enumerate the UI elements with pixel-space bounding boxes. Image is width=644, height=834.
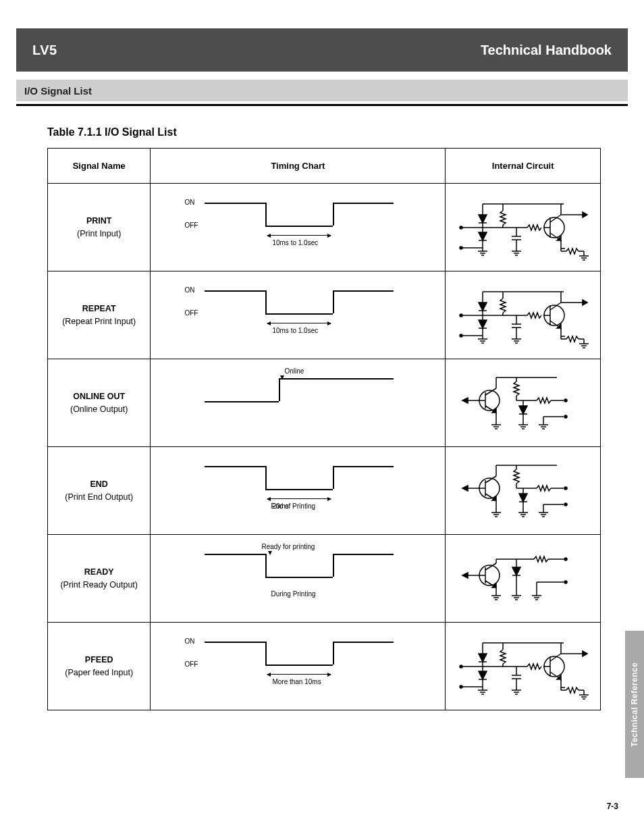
action-top-label: Ready for printing xyxy=(261,543,315,550)
svg-marker-6 xyxy=(479,215,487,223)
signal-name-cell: PRINT(Print Input) xyxy=(48,184,151,271)
svg-point-53 xyxy=(460,334,462,337)
circuit-diagram xyxy=(456,457,591,525)
signal-name: READY xyxy=(53,566,144,579)
svg-marker-235 xyxy=(583,651,587,656)
circuit-diagram xyxy=(456,548,591,609)
timing-cell: 10ms to 1.0secONOFF xyxy=(151,271,446,359)
level-off-label: OFF xyxy=(184,309,198,317)
signal-desc: (Print Input) xyxy=(53,228,144,240)
level-on-label: ON xyxy=(184,199,194,206)
svg-point-2 xyxy=(460,246,462,249)
svg-marker-119 xyxy=(519,406,527,414)
table-row: PRINT(Print Input)10ms to 1.0secONOFF xyxy=(48,184,601,271)
circuit-cell xyxy=(446,447,601,535)
col-circuit: Internal Circuit xyxy=(446,149,601,184)
section-title: I/O Signal List xyxy=(24,85,92,97)
signal-name: REPEAT xyxy=(53,303,144,315)
svg-marker-105 xyxy=(462,398,468,403)
svg-point-0 xyxy=(460,226,462,229)
signal-name-cell: REPEAT(Repeat Print Input) xyxy=(48,271,151,359)
signal-desc: (Repeat Print Input) xyxy=(53,315,144,328)
table-row: READY(Print Ready Output)Ready for print… xyxy=(48,535,601,623)
table-title: Table 7.1.1 I/O Signal List xyxy=(47,126,644,138)
timing-cell: Online xyxy=(151,359,446,447)
svg-point-199 xyxy=(460,685,462,688)
svg-marker-38 xyxy=(583,212,587,217)
page-edition: Technical Handbook xyxy=(481,43,612,58)
circuit-cell xyxy=(446,359,601,447)
circuit-cell xyxy=(446,623,601,710)
svg-point-51 xyxy=(460,314,462,317)
level-on-label: ON xyxy=(184,637,194,645)
circuit-cell xyxy=(446,184,601,271)
timing-cell: 20msEnd of Printing xyxy=(151,447,446,535)
svg-marker-203 xyxy=(479,654,487,662)
signal-name: END xyxy=(53,478,144,491)
signal-name-cell: PFEED(Paper feed Input) xyxy=(48,623,151,710)
table-header-row: Signal Name Timing Chart Internal Circui… xyxy=(48,149,601,184)
level-off-label: OFF xyxy=(184,221,198,229)
action-below-label: End of Printing xyxy=(271,502,315,510)
action-top-label: Online xyxy=(284,367,304,375)
svg-marker-89 xyxy=(583,300,587,305)
circuit-diagram xyxy=(456,369,591,437)
svg-marker-57 xyxy=(479,303,487,311)
table-row: ONLINE OUT(Online Output)Online xyxy=(48,359,601,447)
svg-point-192 xyxy=(564,581,567,583)
svg-marker-168 xyxy=(462,573,468,578)
level-off-label: OFF xyxy=(184,660,198,668)
svg-point-197 xyxy=(460,665,462,668)
signal-name: PFEED xyxy=(53,654,144,667)
svg-point-130 xyxy=(564,415,567,418)
svg-marker-138 xyxy=(462,486,468,491)
signal-desc: (Print End Output) xyxy=(53,491,144,504)
svg-point-117 xyxy=(564,399,567,402)
table-row: END(Print End Output)20msEnd of Printing xyxy=(48,447,601,535)
signal-name-cell: READY(Print Ready Output) xyxy=(48,535,151,623)
svg-marker-62 xyxy=(479,320,487,328)
signal-desc: (Online Output) xyxy=(53,403,144,416)
level-on-label: ON xyxy=(184,286,194,294)
signal-name: PRINT xyxy=(53,215,144,228)
svg-marker-181 xyxy=(512,567,520,575)
side-tab: Technical Reference xyxy=(625,631,644,778)
signal-desc: (Print Ready Output) xyxy=(53,579,144,592)
timing-duration-label: 10ms to 1.0sec xyxy=(272,239,318,246)
circuit-diagram xyxy=(456,190,591,265)
timing-cell: 10ms to 1.0secONOFF xyxy=(151,184,446,271)
page-title: LV5 xyxy=(32,43,57,58)
svg-marker-11 xyxy=(479,232,487,240)
circuit-cell xyxy=(446,535,601,623)
col-timing: Timing Chart xyxy=(151,149,446,184)
svg-point-179 xyxy=(564,558,567,561)
signal-name-cell: END(Print End Output) xyxy=(48,447,151,535)
table-row: REPEAT(Repeat Print Input)10ms to 1.0sec… xyxy=(48,271,601,359)
signal-desc: (Paper feed Input) xyxy=(53,667,144,679)
signal-name: ONLINE OUT xyxy=(53,390,144,403)
signal-name-cell: ONLINE OUT(Online Output) xyxy=(48,359,151,447)
signal-table: Signal Name Timing Chart Internal Circui… xyxy=(47,148,601,710)
timing-duration-label: More than 10ms xyxy=(272,678,321,685)
svg-marker-208 xyxy=(479,671,487,679)
circuit-cell xyxy=(446,271,601,359)
circuit-diagram xyxy=(456,629,591,704)
action-below-label: During Printing xyxy=(271,590,315,598)
table-row: PFEED(Paper feed Input)More than 10msONO… xyxy=(48,623,601,710)
timing-duration-label: 10ms to 1.0sec xyxy=(272,327,318,334)
timing-cell: Ready for printingDuring Printing xyxy=(151,535,446,623)
svg-marker-152 xyxy=(519,494,527,502)
svg-point-150 xyxy=(564,487,567,490)
svg-point-163 xyxy=(564,503,567,506)
circuit-diagram xyxy=(456,278,591,353)
col-signal-name: Signal Name xyxy=(48,149,151,184)
timing-cell: More than 10msONOFF xyxy=(151,623,446,710)
page-number: 7-3 xyxy=(607,802,618,811)
separator xyxy=(16,104,628,106)
